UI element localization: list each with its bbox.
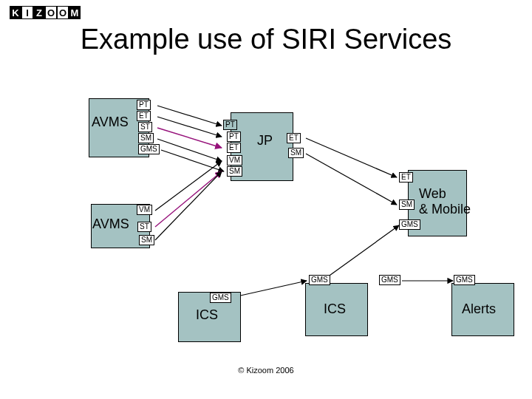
- node-alerts-label: Alerts: [462, 301, 496, 317]
- svg-line-3: [157, 139, 222, 161]
- node-avms1-label: AVMS: [92, 115, 129, 130]
- port-et: ET: [287, 133, 301, 143]
- node-avms2-label: AVMS: [92, 216, 129, 232]
- port-st: ST: [137, 222, 151, 232]
- port-gms: GMS: [454, 275, 475, 285]
- node-web-label-text: Web & Mobile: [419, 186, 471, 216]
- node-ics1-label: ICS: [196, 307, 218, 323]
- node-web-label: Web & Mobile: [419, 186, 471, 217]
- logo-letter: K: [10, 6, 21, 19]
- port-sm: SM: [139, 235, 154, 245]
- svg-line-2: [157, 128, 222, 148]
- logo-letter: O: [57, 6, 69, 19]
- port-pt: PT: [223, 120, 237, 130]
- port-gms: GMS: [138, 144, 160, 154]
- port-sm: SM: [138, 133, 154, 143]
- port-pt: PT: [137, 100, 151, 110]
- svg-line-6: [155, 171, 222, 227]
- logo-letter: Z: [33, 6, 45, 19]
- logo-letter: O: [45, 6, 57, 19]
- svg-line-11: [327, 225, 399, 277]
- port-sm: SM: [399, 200, 415, 210]
- port-sm: SM: [288, 148, 304, 158]
- logo-letter: M: [69, 6, 81, 19]
- svg-line-10: [231, 281, 307, 298]
- svg-line-7: [155, 171, 222, 240]
- svg-line-8: [306, 138, 397, 177]
- copyright-footer: © Kizoom 2006: [0, 366, 532, 375]
- svg-line-1: [157, 117, 222, 137]
- node-jp-label: JP: [257, 133, 273, 149]
- port-pt: PT: [227, 132, 241, 142]
- port-et: ET: [137, 111, 151, 121]
- node-ics2-label: ICS: [324, 301, 346, 317]
- logo-letter: I: [21, 6, 33, 19]
- port-st: ST: [138, 122, 152, 132]
- svg-line-4: [161, 150, 224, 171]
- port-gms: GMS: [379, 275, 400, 285]
- port-gms: GMS: [210, 293, 231, 303]
- port-vm: VM: [227, 155, 242, 166]
- port-gms: GMS: [399, 219, 420, 230]
- kizoom-logo: K I Z O O M: [10, 6, 81, 19]
- port-vm: VM: [137, 205, 152, 215]
- port-et: ET: [227, 143, 241, 153]
- svg-line-5: [155, 161, 222, 211]
- page-title: Example use of SIRI Services: [0, 24, 532, 55]
- port-et: ET: [399, 172, 413, 183]
- svg-line-0: [157, 106, 222, 126]
- svg-line-9: [306, 154, 397, 205]
- port-gms: GMS: [309, 275, 330, 285]
- port-sm: SM: [227, 166, 242, 177]
